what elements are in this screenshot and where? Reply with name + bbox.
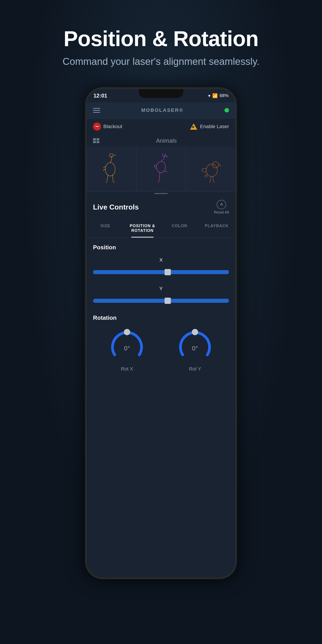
animal-card-flamingo[interactable] — [136, 147, 186, 192]
tab-playback-label: PLAYBACK — [205, 224, 228, 228]
status-time: 12:01 — [94, 92, 107, 99]
tab-position-rotation-label: POSITION &ROTATION — [130, 224, 155, 233]
rot-y-knob-svg: 0° — [177, 328, 213, 364]
y-slider-group: Y — [93, 286, 229, 306]
grid-cell-2 — [96, 138, 100, 140]
position-section-label: Position — [93, 244, 229, 251]
blackout-icon — [93, 122, 101, 130]
phone-frame: 12:01 ▾ 📶 68% MOBOLASER® — [85, 87, 237, 579]
warning-triangle — [190, 124, 197, 130]
phone-wrapper: 12:01 ▾ 📶 68% MOBOLASER® — [0, 87, 322, 579]
tab-size[interactable]: SIZE — [87, 219, 124, 238]
signal-icon: 📶 — [212, 93, 218, 98]
svg-text:0°: 0° — [124, 345, 130, 352]
blackout-label: Blackout — [103, 124, 122, 130]
reset-all-icon: A — [217, 200, 226, 209]
x-slider-group: X — [93, 257, 229, 278]
tab-color-label: COLOR — [172, 224, 188, 228]
warning-icon — [190, 122, 198, 130]
app-screen: MOBOLASER® Blackout Enable Laser — [87, 102, 235, 577]
content-area: Position X Y — [87, 238, 235, 378]
reset-all-label: Reset All — [214, 210, 229, 215]
x-slider-bg — [93, 270, 229, 274]
rotation-knobs: 0° Rot X — [93, 328, 229, 372]
tab-color[interactable]: COLOR — [161, 219, 198, 238]
x-slider-thumb[interactable] — [164, 269, 171, 275]
grid-view-icon[interactable] — [93, 138, 99, 143]
tab-size-label: SIZE — [100, 224, 110, 228]
rot-x-knob-container: 0° Rot X — [109, 328, 145, 372]
scroll-pill — [154, 193, 168, 194]
enable-laser-button[interactable]: Enable Laser — [190, 122, 229, 130]
svg-point-2 — [156, 162, 166, 173]
x-slider-label: X — [93, 257, 229, 263]
svg-point-4 — [206, 164, 217, 177]
hamburger-line-1 — [93, 108, 100, 109]
animal-gallery — [87, 147, 235, 192]
tabs-row: SIZE POSITION &ROTATION COLOR PLAYBACK — [87, 219, 235, 238]
status-icons: ▾ 📶 68% — [208, 93, 228, 98]
svg-point-5 — [212, 162, 219, 168]
ostrich-svg — [98, 154, 125, 185]
svg-point-6 — [124, 329, 130, 335]
rot-x-knob-arc[interactable]: 0° — [109, 328, 145, 364]
battery-indicator: 68% — [220, 93, 228, 98]
gallery-section-title: Animals — [104, 137, 229, 144]
connection-status-dot — [224, 108, 229, 112]
scroll-indicator — [87, 192, 235, 196]
grid-cell-3 — [93, 141, 96, 143]
rot-y-knob-name: Rot Y — [189, 366, 201, 372]
hamburger-menu[interactable] — [93, 108, 100, 113]
blackout-button[interactable]: Blackout — [93, 122, 122, 130]
svg-text:0°: 0° — [192, 345, 198, 352]
y-slider-thumb[interactable] — [164, 298, 171, 304]
rot-y-knob-container: 0° Rot Y — [177, 328, 213, 372]
gallery-section-header: Animals — [87, 134, 235, 147]
rotation-section-label: Rotation — [93, 314, 229, 321]
rot-y-knob-arc[interactable]: 0° — [177, 328, 213, 364]
flamingo-svg — [148, 154, 174, 185]
app-title: MOBOLASER® — [141, 107, 183, 113]
svg-point-1 — [110, 154, 113, 157]
live-controls-header: Live Controls A Reset All — [87, 196, 235, 219]
rotation-section: Rotation — [93, 314, 229, 372]
live-controls-title: Live Controls — [93, 203, 139, 211]
controls-row: Blackout Enable Laser — [87, 118, 235, 134]
svg-point-3 — [162, 154, 166, 156]
tab-playback[interactable]: PLAYBACK — [198, 219, 235, 238]
y-slider-bg — [93, 299, 229, 303]
grid-cell-4 — [96, 141, 100, 143]
y-slider-label: Y — [93, 286, 229, 292]
page-background: Position & Rotation Command your laser's… — [0, 0, 322, 644]
wifi-icon: ▾ — [208, 93, 210, 98]
rot-x-knob-name: Rot X — [121, 366, 133, 372]
hero-subtitle: Command your laser's alignment seamlessl… — [0, 56, 322, 67]
hero-section: Position & Rotation Command your laser's… — [0, 0, 322, 80]
svg-point-8 — [192, 329, 198, 335]
y-slider-track[interactable] — [93, 295, 229, 306]
rot-x-knob-svg: 0° — [109, 328, 145, 364]
eagle-svg — [197, 154, 224, 185]
hero-title: Position & Rotation — [0, 27, 322, 50]
tab-position-rotation[interactable]: POSITION &ROTATION — [124, 219, 161, 238]
app-navbar: MOBOLASER® — [87, 102, 235, 118]
enable-laser-label: Enable Laser — [200, 124, 229, 130]
phone-side-button — [236, 156, 237, 174]
hamburger-line-2 — [93, 110, 100, 111]
reset-all-button[interactable]: A Reset All — [214, 200, 229, 215]
x-slider-track[interactable] — [93, 266, 229, 278]
position-section: Position X Y — [93, 244, 229, 306]
grid-cell-1 — [93, 138, 96, 140]
svg-point-0 — [105, 162, 115, 176]
animal-card-eagle[interactable] — [186, 147, 235, 192]
hamburger-line-3 — [93, 112, 100, 113]
phone-notch — [139, 89, 183, 98]
animal-card-ostrich[interactable] — [87, 147, 136, 192]
